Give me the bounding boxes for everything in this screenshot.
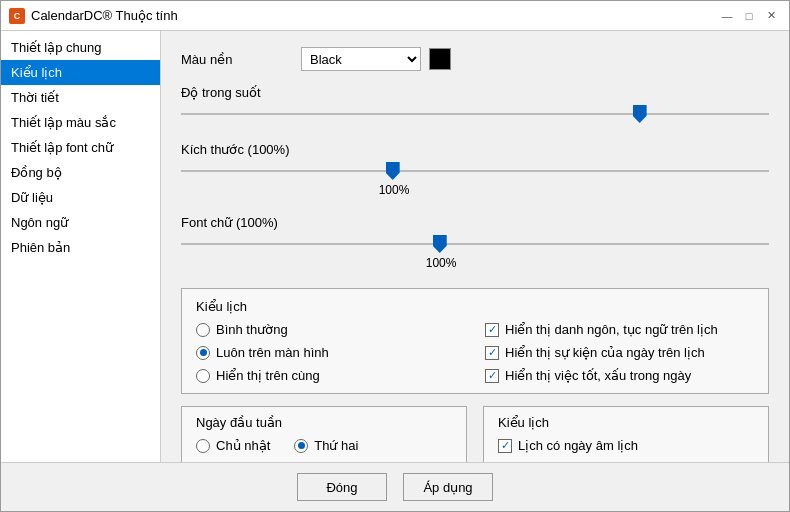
font-line — [181, 243, 769, 245]
size-slider-container: Kích thước (100%) 100% — [181, 142, 769, 197]
kieu-lich-small-title: Kiểu lịch — [498, 415, 754, 430]
checkbox-box-su-kien: ✓ — [485, 346, 499, 360]
size-label: Kích thước (100%) — [181, 142, 769, 157]
sidebar-item-kieu-lich[interactable]: Kiểu lịch — [1, 60, 160, 85]
radio-label-luon-tren-man-hinh: Luôn trên màn hình — [216, 345, 329, 360]
main-content: Thiết lập chung Kiểu lịch Thời tiết Thiế… — [1, 31, 789, 462]
radio-circle-chu-nhat — [196, 439, 210, 453]
panel: Màu nền Black Độ trong suốt — [161, 31, 789, 462]
kieu-lich-title: Kiểu lịch — [196, 299, 754, 314]
kieu-lich-small-section: Kiểu lịch ✓ Lịch có ngày âm lịch — [483, 406, 769, 462]
ngay-dau-tuan-title: Ngày đầu tuần — [196, 415, 452, 430]
sidebar-item-du-lieu[interactable]: Dữ liệu — [1, 185, 160, 210]
checkbox-label-viec-tot-xau: Hiển thị việc tốt, xấu trong ngày — [505, 368, 691, 383]
checkbox-box-danh-ngon: ✓ — [485, 323, 499, 337]
radio-hien-thi-tren-cung[interactable]: Hiển thị trên cùng — [196, 368, 465, 383]
font-track[interactable] — [181, 234, 769, 254]
radio-circle-thu-hai — [294, 439, 308, 453]
close-button[interactable]: ✕ — [761, 6, 781, 26]
radio-binh-thuong[interactable]: Bình thường — [196, 322, 465, 337]
checkbox-box-viec-tot-xau: ✓ — [485, 369, 499, 383]
checkbox-viec-tot-xau[interactable]: ✓ Hiển thị việc tốt, xấu trong ngày — [485, 368, 754, 383]
checkbox-group: ✓ Hiển thị danh ngôn, tục ngữ trên lịch … — [485, 322, 754, 383]
dong-button[interactable]: Đóng — [297, 473, 387, 501]
font-slider-container: Font chữ (100%) 100% — [181, 215, 769, 270]
size-line — [181, 170, 769, 172]
sidebar-item-thiet-lap-chung[interactable]: Thiết lập chung — [1, 35, 160, 60]
transparency-track[interactable] — [181, 104, 769, 124]
size-track[interactable] — [181, 161, 769, 181]
radio-luon-tren-man-hinh[interactable]: Luôn trên màn hình — [196, 345, 465, 360]
transparency-slider-container: Độ trong suốt — [181, 85, 769, 124]
transparency-line — [181, 113, 769, 115]
radio-label-hien-thi-tren-cung: Hiển thị trên cùng — [216, 368, 320, 383]
app-icon: C — [9, 8, 25, 24]
transparency-label: Độ trong suốt — [181, 85, 769, 100]
transparency-thumb[interactable] — [633, 105, 647, 123]
size-value: 100% — [181, 183, 769, 197]
checkbox-label-am-lich: Lịch có ngày âm lịch — [518, 438, 638, 453]
bottom-bar: Đóng Áp dụng — [1, 462, 789, 511]
title-bar: C CalendarDC® Thuộc tính — □ ✕ — [1, 1, 789, 31]
color-preview[interactable] — [429, 48, 451, 70]
maximize-button[interactable]: □ — [739, 6, 759, 26]
sidebar-item-thiet-lap-mau-sac[interactable]: Thiết lập màu sắc — [1, 110, 160, 135]
radio-chu-nhat[interactable]: Chủ nhật — [196, 438, 270, 453]
font-value: 100% — [181, 256, 769, 270]
sidebar-item-dong-bo[interactable]: Đồng bộ — [1, 160, 160, 185]
checkbox-box-am-lich: ✓ — [498, 439, 512, 453]
font-thumb[interactable] — [433, 235, 447, 253]
checkbox-am-lich[interactable]: ✓ Lịch có ngày âm lịch — [498, 438, 754, 453]
app-window: C CalendarDC® Thuộc tính — □ ✕ Thiết lập… — [0, 0, 790, 512]
checkbox-label-danh-ngon: Hiển thị danh ngôn, tục ngữ trên lịch — [505, 322, 718, 337]
ngay-dau-tuan-section: Ngày đầu tuần Chủ nhật Thứ hai — [181, 406, 467, 462]
radio-label-thu-hai: Thứ hai — [314, 438, 358, 453]
radio-circle-luon-tren-man-hinh — [196, 346, 210, 360]
sidebar-item-thiet-lap-font-chu[interactable]: Thiết lập font chữ — [1, 135, 160, 160]
checkbox-su-kien[interactable]: ✓ Hiển thị sự kiện của ngày trên lịch — [485, 345, 754, 360]
font-label: Font chữ (100%) — [181, 215, 769, 230]
size-thumb[interactable] — [386, 162, 400, 180]
sidebar-item-phien-ban[interactable]: Phiên bản — [1, 235, 160, 260]
sidebar-item-ngon-ngu[interactable]: Ngôn ngữ — [1, 210, 160, 235]
sidebar: Thiết lập chung Kiểu lịch Thời tiết Thiế… — [1, 31, 161, 462]
minimize-button[interactable]: — — [717, 6, 737, 26]
kieu-lich-section: Kiểu lịch Bình thường Luôn trên màn hình — [181, 288, 769, 394]
radio-circle-binh-thuong — [196, 323, 210, 337]
radio-circle-hien-thi-tren-cung — [196, 369, 210, 383]
checkbox-danh-ngon[interactable]: ✓ Hiển thị danh ngôn, tục ngữ trên lịch — [485, 322, 754, 337]
background-select[interactable]: Black — [301, 47, 421, 71]
background-label: Màu nền — [181, 52, 301, 67]
radio-thu-hai[interactable]: Thứ hai — [294, 438, 358, 453]
checkbox-label-su-kien: Hiển thị sự kiện của ngày trên lịch — [505, 345, 705, 360]
radio-label-binh-thuong: Bình thường — [216, 322, 288, 337]
radio-group: Bình thường Luôn trên màn hình Hiển thị … — [196, 322, 465, 383]
window-title: CalendarDC® Thuộc tính — [31, 8, 178, 23]
radio-label-chu-nhat: Chủ nhật — [216, 438, 270, 453]
sidebar-item-thoi-tiet[interactable]: Thời tiết — [1, 85, 160, 110]
apply-button[interactable]: Áp dụng — [403, 473, 493, 501]
background-row: Màu nền Black — [181, 47, 769, 71]
